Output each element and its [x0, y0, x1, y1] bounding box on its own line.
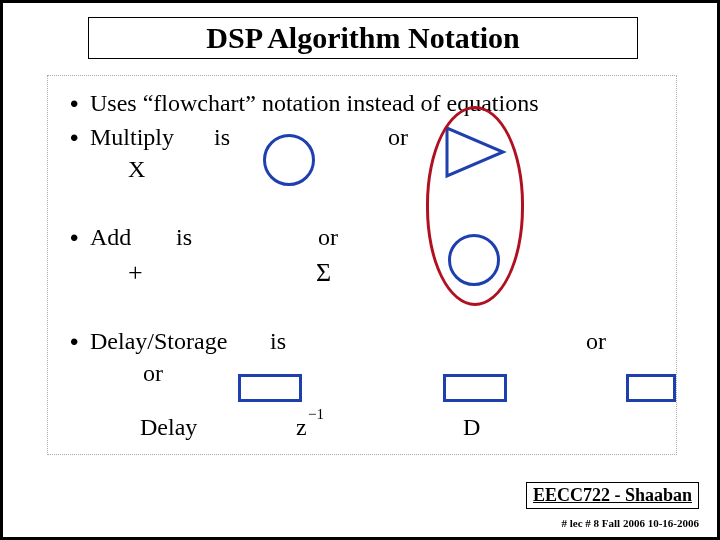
content-area: • Uses “flowchart” notation instead of e…: [47, 75, 677, 455]
multiply-circle-icon: [263, 134, 315, 186]
slide: DSP Algorithm Notation • Uses “flowchart…: [0, 0, 720, 540]
highlight-oval: [426, 106, 524, 306]
z-base: z: [296, 414, 307, 441]
delay-rect-1-icon: [238, 374, 302, 402]
footer-course: EECC722 - Shaaban: [526, 482, 699, 509]
bullet-dot: •: [70, 124, 78, 152]
bullet-dot: •: [70, 328, 78, 356]
bullet-4-or-below: or: [143, 360, 163, 387]
multiply-x-symbol: X: [128, 156, 145, 183]
delay-rect-2-icon: [443, 374, 507, 402]
bullet-2-is: is: [214, 124, 230, 151]
bullet-4-or-right: or: [586, 328, 606, 355]
bullet-4-is: is: [270, 328, 286, 355]
add-sigma-symbol: Σ: [316, 258, 331, 288]
bullet-dot: •: [70, 90, 78, 118]
footer-meta: # lec # 8 Fall 2006 10-16-2006: [562, 517, 699, 529]
slide-title: DSP Algorithm Notation: [88, 17, 638, 59]
bullet-3-label: Add: [90, 224, 131, 251]
z-exponent: −1: [308, 406, 324, 423]
bullet-4-label: Delay/Storage: [90, 328, 227, 355]
add-plus-symbol: +: [128, 258, 143, 288]
bullet-2-or: or: [388, 124, 408, 151]
delay-rect-3-icon: [626, 374, 676, 402]
bullet-3-is: is: [176, 224, 192, 251]
d-label: D: [463, 414, 480, 441]
bullet-dot: •: [70, 224, 78, 252]
bullet-2-label: Multiply: [90, 124, 174, 151]
delay-label: Delay: [140, 414, 197, 441]
bullet-3-or: or: [318, 224, 338, 251]
